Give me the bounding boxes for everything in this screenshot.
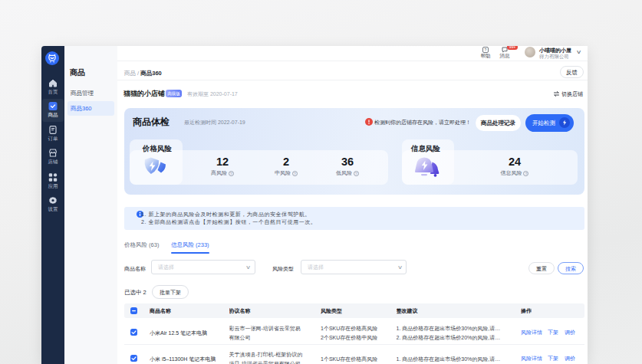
svg-text:?: ? bbox=[485, 48, 487, 52]
